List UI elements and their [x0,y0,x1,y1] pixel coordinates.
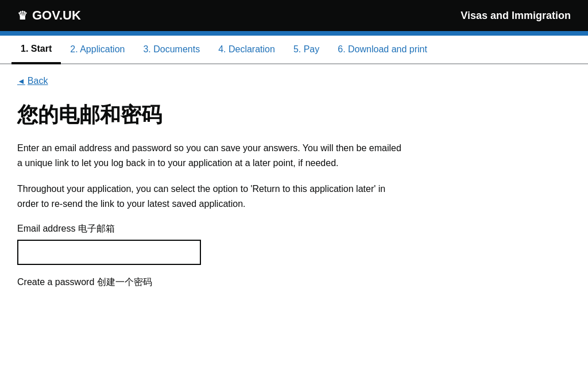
back-link[interactable]: ◄ Back [17,76,534,86]
progress-bar [0,31,588,36]
step-6-download[interactable]: 6. Download and print [328,36,436,63]
step-2-application[interactable]: 2. Application [61,36,134,63]
page-title: 您的电邮和密码 [17,102,534,127]
description-paragraph-1: Enter an email address and password so y… [17,141,408,170]
crown-icon: ♛ [17,9,28,22]
steps-navigation: 1. Start 2. Application 3. Documents 4. … [0,36,588,64]
step-5-pay[interactable]: 5. Pay [284,36,328,63]
email-input[interactable] [17,240,201,265]
password-label: Create a password 创建一个密码 [17,276,534,289]
site-header: ♛ GOV.UK Visas and Immigration [0,0,588,31]
gov-uk-text: GOV.UK [32,8,81,23]
description-paragraph-2: Throughout your application, you can sel… [17,182,408,211]
back-link-text: Back [28,76,48,86]
back-arrow-icon: ◄ [17,76,25,86]
step-4-declaration[interactable]: 4. Declaration [209,36,284,63]
step-1-start[interactable]: 1. Start [11,36,61,64]
gov-uk-logo: ♛ GOV.UK [17,8,81,23]
service-name: Visas and Immigration [461,10,571,22]
main-content: ◄ Back 您的电邮和密码 Enter an email address an… [0,64,551,314]
step-3-documents[interactable]: 3. Documents [134,36,209,63]
email-label: Email address 电子邮箱 [17,223,534,235]
